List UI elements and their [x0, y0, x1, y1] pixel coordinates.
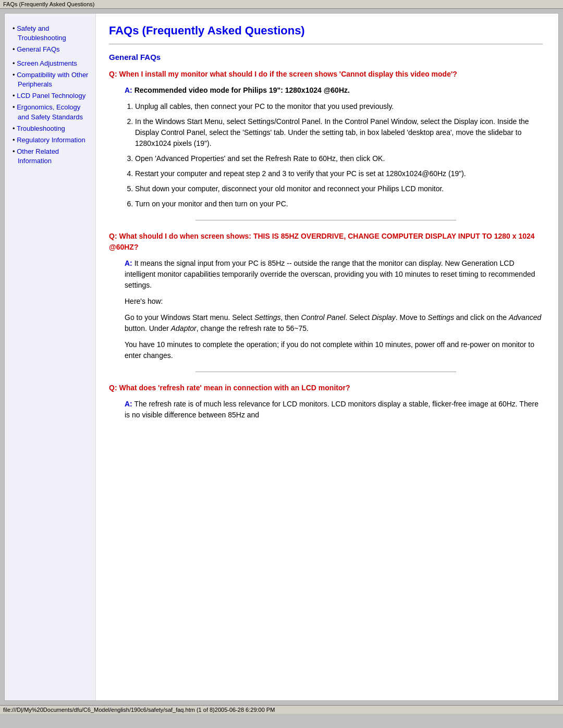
step-1-2: In the Windows Start Menu, select Settin… — [135, 116, 543, 149]
sidebar-item-compatibility: Compatibility with Other Peripherals — [13, 70, 90, 89]
sidebar-link-regulatory[interactable]: Regulatory Information — [17, 136, 85, 144]
title-bar-text: FAQs (Frequently Asked Questions) — [3, 1, 94, 7]
faq-block-1: Q: When I install my monitor what should… — [109, 69, 543, 209]
q1-text: Q: When I install my monitor what should… — [109, 70, 457, 78]
sidebar-link-compatibility[interactable]: Compatibility with Other Peripherals — [17, 71, 88, 88]
step-1-6: Turn on your monitor and then turn on yo… — [135, 199, 543, 209]
a2-label: A: — [125, 259, 132, 267]
divider-1 — [195, 220, 456, 220]
sidebar-link-screen[interactable]: Screen Adjustments — [17, 59, 77, 67]
sidebar-item-regulatory: Regulatory Information — [13, 135, 90, 145]
faq-block-3: Q: What does 'refresh rate' mean in conn… — [109, 382, 543, 421]
sidebar-link-ergonomics[interactable]: Ergonomics, Ecology and Safety Standards — [17, 103, 83, 120]
sidebar-item-lcd: LCD Panel Technology — [13, 91, 90, 101]
content-area: FAQs (Frequently Asked Questions) Genera… — [96, 14, 558, 700]
sidebar-link-troubleshooting[interactable]: Troubleshooting — [17, 125, 65, 132]
sidebar-link-lcd[interactable]: LCD Panel Technology — [17, 92, 85, 100]
sidebar-item-safety: Safety and Troubleshooting — [13, 24, 90, 43]
sidebar-link-general-faqs[interactable]: General FAQs — [17, 45, 59, 53]
title-bar: FAQs (Frequently Asked Questions) — [0, 0, 563, 9]
answer-1: A: Recommended video mode for Philips 19… — [125, 85, 543, 209]
main-container: Safety and Troubleshooting General FAQs … — [4, 13, 559, 701]
title-divider — [109, 44, 543, 44]
answer-2-tenmin: You have 10 minutes to complete the oper… — [125, 339, 543, 361]
sidebar-item-ergonomics: Ergonomics, Ecology and Safety Standards — [13, 103, 90, 121]
answer-3: A: The refresh rate is of much less rele… — [125, 399, 543, 421]
sidebar-item-troubleshooting: Troubleshooting — [13, 124, 90, 133]
step-1-1: Unplug all cables, then connect your PC … — [135, 101, 543, 112]
sidebar-item-screen: Screen Adjustments — [13, 59, 90, 68]
q2-text: Q: What should I do when screen shows: T… — [109, 232, 535, 251]
answer-2: A: It means the signal input from your P… — [125, 258, 543, 361]
answer-2-goto: Go to your Windows Start menu. Select Se… — [125, 312, 543, 334]
step-1-4: Restart your computer and repeat step 2 … — [135, 168, 543, 179]
section-title: General FAQs — [109, 53, 543, 61]
divider-2 — [195, 372, 456, 372]
status-bar-text: file:///D|/My%20Documents/dfu/C6_Model/e… — [3, 707, 275, 713]
status-bar: file:///D|/My%20Documents/dfu/C6_Model/e… — [0, 705, 563, 714]
a3-label: A: — [125, 400, 132, 408]
sidebar-link-safety[interactable]: Safety and Troubleshooting — [17, 24, 66, 42]
a3-text: The refresh rate is of much less relevan… — [125, 400, 538, 419]
question-2: Q: What should I do when screen shows: T… — [109, 231, 543, 253]
q3-text: Q: What does 'refresh rate' mean in conn… — [109, 384, 350, 392]
sidebar-item-other: Other Related Information — [13, 147, 90, 166]
step-1-3: Open 'Advanced Properties' and set the R… — [135, 153, 543, 164]
sidebar-link-other[interactable]: Other Related Information — [17, 147, 59, 165]
faq-block-2: Q: What should I do when screen shows: T… — [109, 231, 543, 361]
sidebar: Safety and Troubleshooting General FAQs … — [5, 14, 96, 700]
a2-text: It means the signal input from your PC i… — [125, 259, 535, 289]
answer-1-steps: Unplug all cables, then connect your PC … — [135, 101, 543, 209]
answer-2-hereshow: Here's how: — [125, 296, 543, 307]
a1-label: A: — [125, 86, 132, 94]
question-1: Q: When I install my monitor what should… — [109, 69, 543, 80]
page-title: FAQs (Frequently Asked Questions) — [109, 24, 543, 38]
answer-3-main: A: The refresh rate is of much less rele… — [125, 399, 543, 421]
question-3: Q: What does 'refresh rate' mean in conn… — [109, 382, 543, 393]
sidebar-nav: Safety and Troubleshooting General FAQs … — [13, 24, 90, 166]
step-1-5: Shut down your computer, disconnect your… — [135, 183, 543, 194]
answer-2-main: A: It means the signal input from your P… — [125, 258, 543, 291]
a1-bold-text: Recommended video mode for Philips 19": … — [134, 86, 350, 94]
answer-1-bold: A: Recommended video mode for Philips 19… — [125, 85, 543, 96]
sidebar-item-general-faqs: General FAQs — [13, 45, 90, 54]
